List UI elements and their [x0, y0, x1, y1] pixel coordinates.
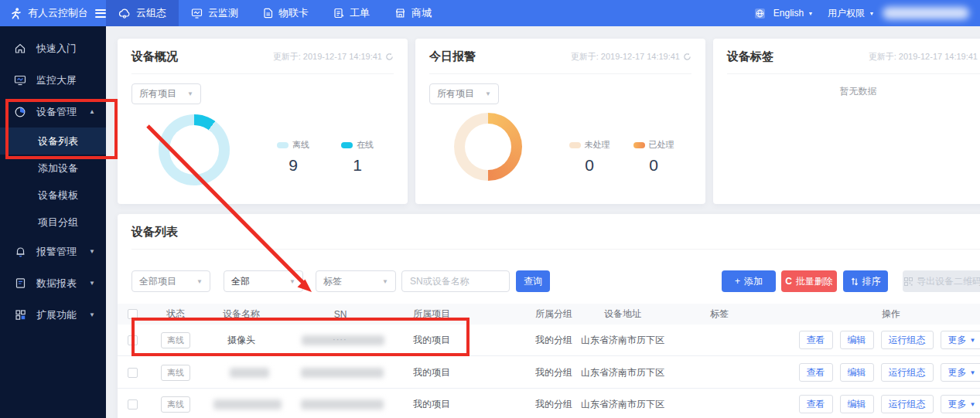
legend-swatch-unprocessed [569, 142, 581, 148]
button-label: 运行组态 [889, 398, 926, 411]
select-all-checkbox[interactable] [128, 309, 138, 319]
tab-cloud-monitor[interactable]: 云监测 [179, 0, 251, 26]
table-row: 离线 摄像头 ···· 我的项目 我的分组 山东省济南市历下区 查看 编辑 运行… [118, 325, 980, 356]
status-badge: 离线 [161, 365, 190, 381]
search-button[interactable]: 查询 [516, 270, 550, 292]
sidebar-item-device-list[interactable]: 设备列表 [0, 127, 106, 155]
sim-card-icon [263, 8, 273, 19]
legend-swatch-offline [277, 142, 289, 148]
sidebar-item-label: 数据报表 [36, 277, 77, 291]
device-list-panel: 设备列表 全部项目▼ 全部▼ 标签▼ SN或设备名称 查询 + 添加 C 批量删… [118, 214, 980, 418]
username-blurred[interactable] [883, 7, 969, 19]
refresh-icon[interactable] [683, 53, 691, 61]
button-label: 排序 [862, 275, 881, 288]
mall-icon [394, 8, 406, 19]
sidebar-item-quick-start[interactable]: 快速入门 [0, 32, 106, 64]
row-checkbox[interactable] [128, 399, 138, 410]
sidebar-item-label: 添加设备 [38, 161, 78, 175]
caret-down-icon: ▼ [970, 337, 976, 344]
plus-icon: + [735, 276, 740, 287]
button-label: 更多 [948, 334, 967, 347]
sidebar-item-device-management[interactable]: 设备管理 ▲ [0, 96, 106, 127]
caret-down-icon: ▼ [89, 248, 95, 255]
tab-label: 工单 [350, 6, 370, 20]
sidebar-item-device-template[interactable]: 设备模板 [0, 182, 106, 209]
device-name-blurred [230, 368, 269, 378]
menu-toggle-icon[interactable] [95, 9, 106, 18]
divider [727, 73, 980, 74]
caret-up-icon: ▲ [89, 108, 95, 115]
caret-down-icon: ▼ [187, 90, 193, 97]
more-button[interactable]: 更多▼ [941, 395, 980, 413]
more-button[interactable]: 更多▼ [941, 331, 980, 349]
edit-button[interactable]: 编辑 [840, 331, 874, 349]
sidebar-item-data-report[interactable]: 数据报表 ▼ [0, 267, 106, 299]
qr-code-icon [904, 277, 913, 286]
donut-hole [169, 125, 219, 175]
row-checkbox[interactable] [128, 335, 138, 345]
more-button[interactable]: 更多▼ [941, 363, 980, 382]
sn-blurred [301, 368, 384, 378]
sidebar-item-project-group[interactable]: 项目分组 [0, 209, 106, 236]
cloud-icon [118, 8, 131, 19]
tab-work-order[interactable]: 工单 [321, 0, 382, 26]
tab-mall[interactable]: 商城 [382, 0, 444, 26]
caret-down-icon: ▼ [196, 278, 203, 285]
run-scada-button[interactable]: 运行组态 [881, 363, 934, 382]
sidebar-item-extensions[interactable]: 扩展功能 ▼ [0, 299, 106, 331]
filter-project-select[interactable]: 全部项目▼ [131, 270, 210, 292]
edit-button[interactable]: 编辑 [840, 395, 874, 413]
empty-data-text: 暂无数据 [713, 85, 980, 98]
view-button[interactable]: 查看 [799, 395, 833, 413]
button-label: 运行组态 [889, 334, 926, 347]
updated-text: 更新于: 2019-12-17 14:19:41 [869, 51, 978, 63]
column-header-sn: SN [275, 304, 406, 325]
view-button[interactable]: 查看 [799, 363, 833, 382]
caret-down-icon: ▼ [89, 311, 95, 318]
button-label: 更多 [948, 398, 967, 411]
refresh-icon[interactable] [385, 53, 394, 61]
sort-button[interactable]: 排序 [843, 270, 888, 292]
run-scada-button[interactable]: 运行组态 [881, 331, 934, 349]
add-button[interactable]: + 添加 [722, 270, 776, 292]
device-tag [681, 389, 758, 418]
search-input[interactable]: SN或设备名称 [401, 270, 510, 292]
project-filter-select[interactable]: 所有项目 ▼ [429, 83, 499, 104]
row-checkbox[interactable] [128, 368, 138, 378]
sidebar-item-alarm-management[interactable]: 报警管理 ▼ [0, 236, 106, 267]
batch-delete-button[interactable]: C 批量删除 [781, 270, 837, 292]
button-label: 导出设备二维码 [917, 275, 980, 288]
screen-icon [14, 74, 26, 86]
sidebar-item-label: 快速入门 [36, 42, 77, 56]
export-qr-button[interactable]: 导出设备二维码 [903, 270, 980, 292]
topbar-right: English ▼ 用户权限 ▼ [754, 0, 980, 26]
user-permission-label: 用户权限 [828, 7, 865, 20]
tab-iot-card[interactable]: 物联卡 [251, 0, 321, 26]
home-icon [14, 42, 26, 54]
device-address: 山东省济南市历下区 [572, 357, 673, 388]
filter-tag-select[interactable]: 标签▼ [316, 270, 396, 292]
legend-value: 0 [627, 156, 681, 175]
updated-text: 更新于: 2019-12-17 14:19:41 [273, 51, 382, 63]
caret-down-icon: ▼ [382, 278, 388, 285]
user-permission-selector[interactable]: 用户权限 ▼ [828, 7, 875, 20]
filter-status-select[interactable]: 全部▼ [224, 270, 303, 292]
view-button[interactable]: 查看 [799, 331, 833, 349]
device-name-blurred [213, 399, 282, 410]
sidebar-item-add-device[interactable]: 添加设备 [0, 155, 106, 182]
legend-value: 0 [562, 156, 616, 175]
alarm-status-donut-chart [454, 113, 522, 181]
sidebar-item-label: 项目分组 [38, 216, 78, 229]
card-title: 设备概况 [131, 49, 178, 64]
project-filter-select[interactable]: 所有项目 ▼ [131, 83, 201, 104]
sidebar-item-monitor-screen[interactable]: 监控大屏 [0, 64, 106, 96]
tab-cloud-scada[interactable]: 云组态 [106, 0, 179, 26]
tab-label: 云组态 [136, 6, 166, 20]
search-placeholder: SN或设备名称 [410, 275, 470, 288]
run-scada-button[interactable]: 运行组态 [881, 395, 934, 413]
language-selector[interactable]: English ▼ [773, 8, 814, 19]
legend-label: 离线 [292, 139, 309, 151]
alarm-bell-icon [14, 246, 26, 257]
device-project: 我的项目 [393, 389, 470, 418]
edit-button[interactable]: 编辑 [840, 363, 874, 382]
